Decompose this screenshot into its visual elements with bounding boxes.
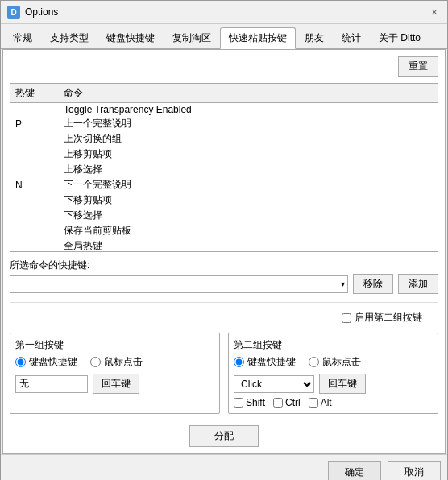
table-inner: 热键 命令 Toggle Transparency Enabled P 上一个完… bbox=[10, 84, 438, 251]
selected-hotkey-label-row: 所选命令的快捷键: bbox=[10, 259, 438, 272]
group2-box: 第二组按键 键盘快捷键 鼠标点击 Click Doub bbox=[228, 333, 438, 414]
row-key: P bbox=[15, 118, 64, 130]
app-icon: D bbox=[7, 6, 20, 19]
group2-mouse-label: 鼠标点击 bbox=[322, 355, 361, 369]
table-row[interactable]: N 下一个完整说明 bbox=[10, 177, 438, 192]
reset-button[interactable]: 重置 bbox=[398, 56, 438, 77]
group2-check-row: 启用第二组按键 bbox=[10, 311, 438, 325]
table-row[interactable]: P 上一个完整说明 bbox=[10, 116, 438, 131]
options-window: D Options × 常规 支持类型 键盘快捷键 复制淘区 快速粘贴按键 朋友… bbox=[0, 0, 448, 480]
hotkey-table-container: 热键 命令 Toggle Transparency Enabled P 上一个完… bbox=[10, 83, 438, 252]
group2-radio-row: 键盘快捷键 鼠标点击 bbox=[234, 355, 433, 369]
row-cmd: 下移剪贴项 bbox=[64, 193, 433, 207]
selected-hotkey-dropdown[interactable] bbox=[10, 275, 348, 293]
shift-checkbox[interactable] bbox=[234, 398, 243, 408]
row-cmd: 上移选择 bbox=[64, 163, 433, 176]
tab-stats[interactable]: 统计 bbox=[333, 27, 370, 48]
row-key: N bbox=[15, 180, 64, 191]
group1-mouse-radio-label[interactable]: 鼠标点击 bbox=[90, 355, 143, 369]
table-row[interactable]: 下移剪贴项 bbox=[10, 192, 438, 208]
group2-dropdown-row: Click Double Click Right Click 回车键 bbox=[234, 374, 433, 394]
group1-mouse-label: 鼠标点击 bbox=[104, 355, 143, 369]
window-title: Options bbox=[25, 6, 58, 18]
group1-mouse-radio[interactable] bbox=[90, 357, 101, 367]
table-header: 热键 命令 bbox=[10, 84, 438, 103]
table-row[interactable]: 上移选择 bbox=[10, 162, 438, 177]
remove-button[interactable]: 移除 bbox=[353, 274, 393, 294]
shift-check-label[interactable]: Shift bbox=[234, 397, 265, 408]
row-cmd: 上一个完整说明 bbox=[64, 117, 433, 130]
row-cmd: 保存当前剪贴板 bbox=[64, 224, 433, 238]
table-row[interactable]: 下移选择 bbox=[10, 208, 438, 223]
tab-general[interactable]: 常规 bbox=[4, 27, 41, 48]
title-bar: D Options × bbox=[1, 1, 447, 24]
group1-box: 第一组按键 键盘快捷键 鼠标点击 回车键 bbox=[10, 333, 220, 414]
col-header-key: 热键 bbox=[15, 86, 64, 100]
row-cmd: 下移选择 bbox=[64, 209, 433, 222]
col-header-cmd: 命令 bbox=[64, 86, 433, 100]
enable-group2-checkbox[interactable] bbox=[342, 313, 351, 323]
ok-button[interactable]: 确定 bbox=[328, 461, 381, 480]
enable-group2-label[interactable]: 启用第二组按键 bbox=[355, 311, 422, 325]
main-content: 重置 热键 命令 Toggle Transparency Enabled P 上… bbox=[2, 49, 446, 454]
row-cmd: 上次切换的组 bbox=[64, 132, 433, 146]
table-row[interactable]: 上移剪贴项 bbox=[10, 147, 438, 162]
group2-title: 第二组按键 bbox=[234, 338, 433, 352]
table-row[interactable]: 上次切换的组 bbox=[10, 131, 438, 147]
divider bbox=[10, 302, 438, 303]
table-row[interactable]: 保存当前剪贴板 bbox=[10, 223, 438, 238]
table-body[interactable]: Toggle Transparency Enabled P 上一个完整说明 上次… bbox=[10, 103, 438, 251]
alt-check-label[interactable]: Alt bbox=[309, 397, 332, 408]
tab-friends[interactable]: 朋友 bbox=[296, 27, 333, 48]
selected-input-row: 移除 添加 bbox=[10, 274, 438, 294]
ctrl-label: Ctrl bbox=[285, 397, 301, 408]
row-cmd: 下一个完整说明 bbox=[64, 178, 433, 192]
table-row[interactable]: 全局热键 bbox=[10, 238, 438, 251]
tab-bar: 常规 支持类型 键盘快捷键 复制淘区 快速粘贴按键 朋友 统计 关于 Ditto bbox=[1, 24, 447, 49]
table-row[interactable]: Toggle Transparency Enabled bbox=[10, 103, 438, 116]
ctrl-check-label[interactable]: Ctrl bbox=[273, 397, 301, 408]
group1-radio-row: 键盘快捷键 鼠标点击 bbox=[15, 355, 214, 369]
group2-keyboard-radio[interactable] bbox=[234, 357, 244, 367]
bottom-bar: 确定 取消 bbox=[1, 454, 447, 480]
shift-label: Shift bbox=[246, 397, 265, 408]
add-button[interactable]: 添加 bbox=[398, 274, 438, 294]
alt-label: Alt bbox=[321, 397, 332, 408]
group2-keyboard-radio-label[interactable]: 键盘快捷键 bbox=[234, 355, 296, 369]
close-button[interactable]: × bbox=[428, 6, 441, 19]
top-right-area: 重置 bbox=[10, 56, 438, 77]
assign-button[interactable]: 分配 bbox=[189, 425, 259, 447]
group1-keyboard-radio[interactable] bbox=[15, 357, 26, 367]
tab-copy-zone[interactable]: 复制淘区 bbox=[164, 27, 220, 48]
cancel-button[interactable]: 取消 bbox=[388, 461, 441, 480]
tab-about[interactable]: 关于 Ditto bbox=[370, 27, 429, 48]
tab-supported-types[interactable]: 支持类型 bbox=[41, 27, 97, 48]
selected-hotkey-area: 所选命令的快捷键: 移除 添加 bbox=[10, 257, 438, 294]
assign-row: 分配 bbox=[10, 425, 438, 447]
row-cmd: 全局热键 bbox=[64, 239, 433, 251]
group1-input-row: 回车键 bbox=[15, 374, 214, 394]
ctrl-checkbox[interactable] bbox=[273, 398, 283, 408]
tab-quick-paste[interactable]: 快速粘贴按键 bbox=[220, 27, 296, 49]
selected-hotkey-label: 所选命令的快捷键: bbox=[10, 259, 89, 272]
title-bar-left: D Options bbox=[7, 6, 58, 19]
group1-enter-button[interactable]: 回车键 bbox=[93, 374, 139, 394]
group2-checkbox-row: Shift Ctrl Alt bbox=[234, 397, 433, 408]
group2-keyboard-label: 键盘快捷键 bbox=[247, 355, 296, 369]
group1-text-input[interactable] bbox=[15, 375, 88, 393]
group1-keyboard-label: 键盘快捷键 bbox=[29, 355, 77, 369]
group2-enter-button[interactable]: 回车键 bbox=[319, 374, 366, 394]
group1-keyboard-radio-label[interactable]: 键盘快捷键 bbox=[15, 355, 77, 369]
groups-row: 第一组按键 键盘快捷键 鼠标点击 回车键 bbox=[10, 333, 438, 414]
row-cmd: 上移剪贴项 bbox=[64, 147, 433, 161]
group2-dropdown-wrap: Click Double Click Right Click bbox=[234, 375, 314, 393]
alt-checkbox[interactable] bbox=[309, 398, 318, 408]
row-cmd: Toggle Transparency Enabled bbox=[64, 104, 433, 115]
group2-mouse-radio-label[interactable]: 鼠标点击 bbox=[309, 355, 361, 369]
group2-mouse-radio[interactable] bbox=[309, 357, 319, 367]
selected-hotkey-dropdown-wrap bbox=[10, 275, 348, 293]
group1-title: 第一组按键 bbox=[15, 338, 214, 352]
tab-keyboard-shortcuts[interactable]: 键盘快捷键 bbox=[97, 27, 164, 48]
group2-dropdown[interactable]: Click Double Click Right Click bbox=[234, 375, 314, 393]
